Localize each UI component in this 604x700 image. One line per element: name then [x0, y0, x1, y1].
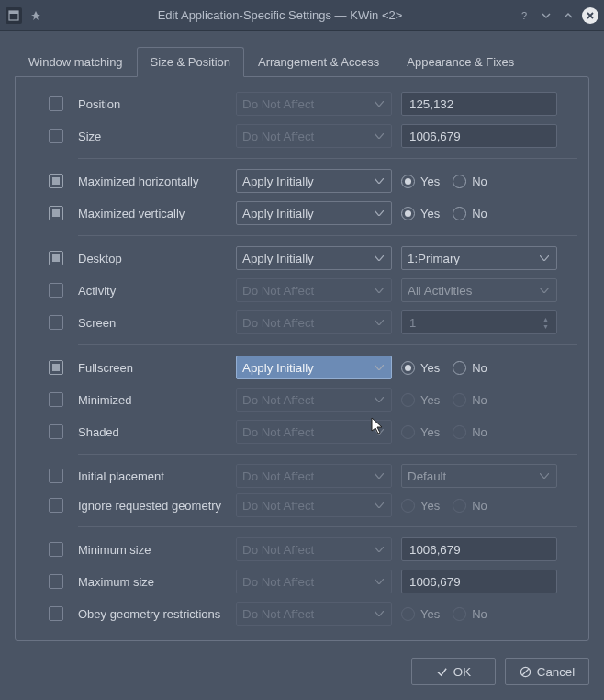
svg-rect-1 — [9, 11, 18, 14]
pin-icon[interactable] — [28, 7, 44, 24]
rule-screen[interactable]: Do Not Affect — [236, 310, 392, 334]
tab-arrangement-access[interactable]: Arrangement & Access — [244, 47, 393, 77]
tab-appearance-fixes[interactable]: Appearance & Fixes — [393, 47, 528, 77]
checkbox-shaded[interactable] — [49, 424, 63, 439]
checkbox-minimized[interactable] — [49, 392, 63, 407]
checkbox-screen[interactable] — [49, 315, 63, 330]
svg-text:?: ? — [521, 10, 527, 21]
window-app-icon — [6, 7, 22, 24]
close-icon[interactable] — [582, 7, 598, 24]
checkbox-obey[interactable] — [49, 606, 63, 621]
label-shaded: Shaded — [78, 425, 236, 439]
value-max-size[interactable] — [401, 570, 557, 593]
checkbox-fullscreen[interactable] — [49, 360, 63, 375]
checkbox-ignore-geo[interactable] — [49, 498, 63, 513]
radio-minimized: Yes No — [401, 393, 487, 407]
checkbox-size[interactable] — [49, 129, 63, 143]
checkbox-min-size[interactable] — [49, 542, 63, 557]
value-activity[interactable]: All Activities — [401, 278, 557, 302]
label-obey: Obey geometry restrictions — [78, 607, 236, 621]
rule-max-v[interactable]: Apply Initially — [236, 201, 392, 225]
checkbox-max-size[interactable] — [49, 574, 63, 589]
cancel-button[interactable]: Cancel — [505, 658, 589, 685]
tab-size-position[interactable]: Size & Position — [137, 47, 244, 77]
cancel-icon — [520, 666, 531, 678]
titlebar: Edit Application-Specific Settings — KWi… — [0, 0, 604, 31]
rule-position[interactable]: Do Not Affect — [236, 92, 392, 116]
value-min-size[interactable] — [401, 537, 557, 561]
rule-min-size[interactable]: Do Not Affect — [236, 537, 392, 561]
label-desktop: Desktop — [78, 252, 236, 265]
rule-max-h[interactable]: Apply Initially — [236, 169, 392, 193]
rule-placement[interactable]: Do Not Affect — [236, 464, 392, 488]
radio-shaded: Yes No — [401, 425, 487, 439]
maximize-icon[interactable] — [560, 7, 576, 24]
minimize-icon[interactable] — [538, 7, 554, 24]
label-max-v: Maximized vertically — [78, 207, 236, 220]
value-size[interactable] — [401, 124, 557, 148]
checkbox-activity[interactable] — [49, 283, 63, 298]
ok-button[interactable]: OK — [411, 658, 496, 685]
radio-obey: Yes No — [401, 607, 487, 621]
label-ignore-geo: Ignore requested geometry — [78, 499, 236, 513]
svg-line-4 — [522, 669, 529, 675]
radio-max-h[interactable]: Yes No — [401, 175, 487, 188]
value-screen[interactable]: 1▲▼ — [401, 310, 557, 334]
checkbox-desktop[interactable] — [49, 251, 63, 265]
checkbox-max-v[interactable] — [49, 206, 63, 220]
rule-activity[interactable]: Do Not Affect — [236, 278, 392, 302]
tab-window-matching[interactable]: Window matching — [15, 47, 137, 77]
checkbox-max-h[interactable] — [49, 174, 63, 188]
label-minimized: Minimized — [78, 393, 236, 407]
value-desktop[interactable]: 1:Primary — [401, 246, 557, 270]
rule-minimized[interactable]: Do Not Affect — [236, 388, 392, 412]
dialog-footer: OK Cancel — [0, 652, 604, 700]
tab-bar: Window matching Size & Position Arrangem… — [0, 46, 604, 76]
check-icon — [436, 666, 448, 678]
checkbox-position[interactable] — [49, 96, 63, 111]
rule-max-size[interactable]: Do Not Affect — [236, 570, 392, 593]
label-min-size: Minimum size — [78, 543, 236, 557]
label-screen: Screen — [78, 316, 236, 330]
checkbox-placement[interactable] — [49, 469, 63, 483]
label-activity: Activity — [78, 284, 236, 298]
window-title: Edit Application-Specific Settings — KWi… — [44, 8, 516, 22]
rule-desktop[interactable]: Apply Initially — [236, 246, 392, 270]
rule-ignore-geo[interactable]: Do Not Affect — [236, 493, 392, 517]
value-position[interactable] — [401, 92, 557, 116]
rule-fullscreen[interactable]: Apply Initially — [236, 356, 392, 379]
help-icon[interactable]: ? — [516, 7, 532, 24]
label-size: Size — [78, 130, 236, 143]
radio-ignore-geo: Yes No — [401, 499, 487, 513]
value-placement[interactable]: Default — [401, 464, 557, 488]
label-max-size: Maximum size — [78, 575, 236, 589]
settings-panel: Position Do Not Affect Size Do Not Affec… — [15, 76, 589, 641]
label-position: Position — [78, 97, 236, 111]
label-max-h: Maximized horizontally — [78, 175, 236, 188]
radio-fullscreen[interactable]: Yes No — [401, 361, 487, 375]
rule-obey[interactable]: Do Not Affect — [236, 602, 392, 626]
rule-size[interactable]: Do Not Affect — [236, 124, 392, 148]
radio-max-v[interactable]: Yes No — [401, 207, 487, 220]
label-placement: Initial placement — [78, 469, 236, 483]
rule-shaded[interactable]: Do Not Affect — [236, 420, 392, 444]
label-fullscreen: Fullscreen — [78, 361, 236, 375]
